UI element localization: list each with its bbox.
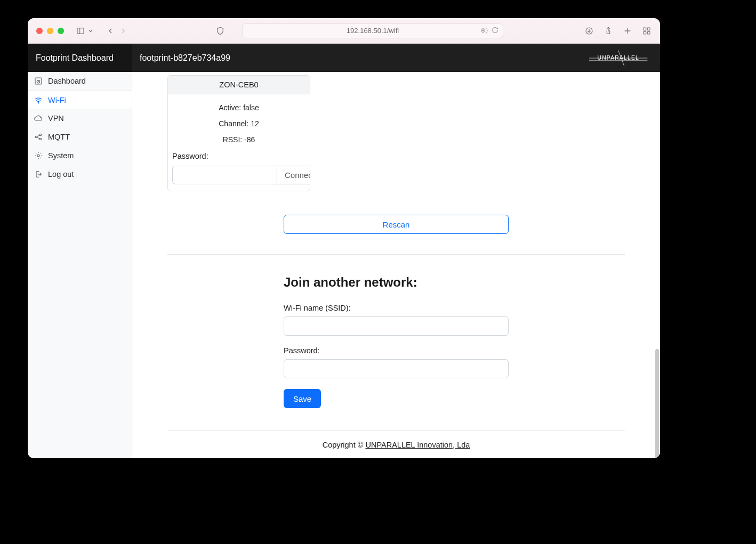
wifi-icon	[34, 96, 43, 104]
svg-text:UNPARALLEL: UNPARALLEL	[597, 55, 639, 61]
sidebar-item-label: Wi-Fi	[48, 96, 66, 104]
main-content: ZON-CEB0 Active: false Channel: 12	[132, 72, 660, 458]
tabs-overview-icon[interactable]	[642, 25, 652, 37]
connect-button[interactable]: Connect	[277, 166, 310, 184]
svg-rect-9	[644, 31, 646, 34]
download-icon[interactable]	[584, 25, 594, 37]
copyright-text: Copyright ©	[323, 441, 366, 449]
svg-rect-7	[644, 28, 646, 30]
gear-icon	[34, 151, 43, 160]
join-password-input[interactable]	[284, 359, 509, 378]
save-button[interactable]: Save	[284, 389, 321, 408]
browser-window: 192.168.50.1/wifi ⊕⟩	[28, 18, 660, 458]
svg-rect-0	[77, 28, 84, 34]
url-text: 192.168.50.1/wifi	[347, 27, 399, 35]
new-tab-icon[interactable]	[623, 25, 632, 37]
network-ssid: ZON-CEB0	[168, 76, 310, 94]
svg-point-18	[38, 102, 38, 103]
browser-toolbar: 192.168.50.1/wifi ⊕⟩	[28, 18, 660, 44]
hostname-label: footprint-b827eb734a99	[132, 53, 230, 63]
network-password-label: Password:	[172, 152, 305, 160]
gauge-icon	[34, 77, 43, 85]
brand-title[interactable]: Footprint Dashboard	[28, 44, 132, 72]
network-password-input[interactable]	[172, 166, 277, 184]
app-header: Footprint Dashboard footprint-b827eb734a…	[28, 44, 660, 72]
forward-button-icon[interactable]	[117, 25, 129, 37]
unparallel-logo: UNPARALLEL	[586, 49, 650, 67]
network-card: ZON-CEB0 Active: false Channel: 12	[167, 75, 310, 191]
network-rssi-row: RSSI: -86	[172, 132, 305, 148]
svg-line-22	[37, 135, 39, 137]
fullscreen-window-button[interactable]	[58, 28, 64, 34]
sidebar-item-label: MQTT	[48, 133, 70, 141]
sidebar-item-mqtt[interactable]: MQTT	[28, 128, 132, 147]
close-window-button[interactable]	[36, 28, 43, 34]
sidebar-item-system[interactable]: System	[28, 147, 132, 165]
network-channel-row: Channel: 12	[172, 116, 305, 132]
svg-rect-8	[647, 28, 650, 30]
sidebar-item-wifi[interactable]: Wi-Fi	[28, 91, 132, 109]
scrollbar[interactable]	[655, 152, 659, 458]
sidebar-item-label: System	[48, 151, 74, 160]
join-network-section: Join another network: Wi-Fi name (SSID):…	[284, 275, 509, 408]
reload-icon[interactable]	[492, 27, 498, 35]
sidebar-item-label: Log out	[48, 170, 74, 178]
chevron-down-icon[interactable]	[87, 25, 94, 37]
logout-icon	[34, 170, 43, 178]
app-root: Footprint Dashboard footprint-b827eb734a…	[28, 44, 660, 458]
svg-point-16	[37, 80, 39, 83]
minimize-window-button[interactable]	[47, 28, 53, 34]
footer: Copyright © UNPARALLEL Innovation, Lda	[167, 431, 625, 457]
sidebar-item-logout[interactable]: Log out	[28, 165, 132, 184]
sidebar-item-dashboard[interactable]: Dashboard	[28, 72, 132, 91]
sidebar-item-vpn[interactable]: VPN	[28, 109, 132, 128]
network-active-row: Active: false	[172, 100, 305, 116]
svg-line-23	[37, 137, 39, 139]
sidebar-item-label: VPN	[48, 114, 64, 123]
window-controls	[36, 28, 64, 34]
cloud-icon	[34, 114, 43, 123]
footer-link[interactable]: UNPARALLEL Innovation, Lda	[365, 441, 470, 449]
privacy-shield-icon[interactable]	[214, 25, 226, 37]
sidebar-toggle-icon[interactable]	[75, 25, 86, 37]
address-bar[interactable]: 192.168.50.1/wifi ⊕⟩	[242, 23, 503, 38]
join-heading: Join another network:	[284, 275, 509, 290]
translate-icon[interactable]: ⊕⟩	[480, 27, 488, 35]
svg-line-17	[38, 80, 39, 82]
divider	[167, 254, 625, 255]
sidebar-nav: Dashboard Wi-Fi VPN	[28, 72, 132, 458]
back-button-icon[interactable]	[104, 25, 116, 37]
scrollbar-thumb[interactable]	[655, 349, 659, 458]
rescan-button[interactable]: Rescan	[284, 215, 509, 234]
join-password-label: Password:	[284, 346, 509, 355]
svg-rect-10	[647, 31, 650, 34]
ssid-input[interactable]	[284, 316, 509, 336]
share-icon[interactable]	[604, 25, 613, 37]
sidebar-item-label: Dashboard	[48, 77, 86, 85]
ssid-label: Wi-Fi name (SSID):	[284, 304, 509, 312]
share-nodes-icon	[34, 133, 43, 141]
svg-point-24	[37, 155, 39, 157]
